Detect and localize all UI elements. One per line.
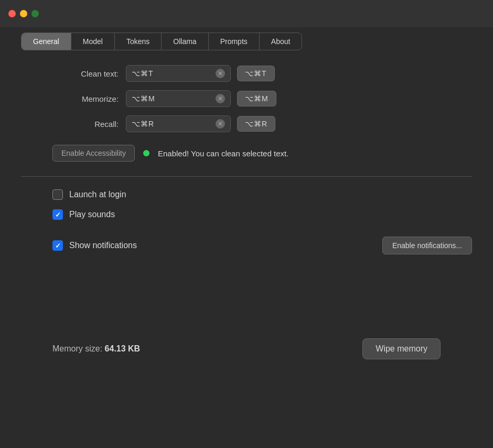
clean-text-clear-icon[interactable]: ✕ [216,69,225,78]
show-notifications-label: Show notifications [69,241,137,250]
enable-accessibility-button[interactable]: Enable Accessibility [52,145,135,162]
launch-at-login-row: Launch at login [52,189,472,200]
memorize-badge: ⌥⌘M [237,91,276,106]
play-sounds-row: Play sounds [52,209,472,220]
tab-general[interactable]: General [22,33,71,50]
accessibility-status-dot [143,150,149,156]
accessibility-status-text: Enabled! You can clean selected text. [158,149,288,158]
clean-text-shortcut-display: ⌥⌘T [132,69,154,78]
clean-text-label: Clean text: [21,69,126,78]
checkbox-section: Launch at login Play sounds [52,189,472,220]
notifications-left: Show notifications [52,240,137,251]
launch-at-login-checkbox[interactable] [52,189,63,200]
clean-text-input[interactable]: ⌥⌘T ✕ [126,65,231,82]
wipe-memory-button[interactable]: Wipe memory [362,338,441,359]
maximize-button[interactable] [31,10,39,17]
window-content: General Model Tokens Ollama Prompts Abou… [21,27,472,359]
shortcut-row-clean-text: Clean text: ⌥⌘T ✕ ⌥⌘T [21,65,472,82]
memory-section: Memory size: 64.13 KB Wipe memory [52,275,441,359]
shortcut-row-memorize: Memorize: ⌥⌘M ✕ ⌥⌘M [21,90,472,107]
minimize-button[interactable] [20,10,27,17]
memorize-shortcut-display: ⌥⌘M [132,94,155,103]
memory-size-label: Memory size: [52,344,102,353]
tab-prompts[interactable]: Prompts [209,33,260,50]
show-notifications-checkbox[interactable] [52,240,63,251]
close-button[interactable] [8,10,16,17]
memorize-clear-icon[interactable]: ✕ [216,94,225,103]
tab-ollama[interactable]: Ollama [162,33,208,50]
shortcuts-section: Clean text: ⌥⌘T ✕ ⌥⌘T Memorize: ⌥⌘M ✕ ⌥⌘… [21,65,472,132]
recall-input[interactable]: ⌥⌘R ✕ [126,115,231,132]
accessibility-row: Enable Accessibility Enabled! You can cl… [52,145,472,162]
recall-label: Recall: [21,120,126,129]
memorize-label: Memorize: [21,94,126,103]
play-sounds-checkbox[interactable] [52,209,63,220]
enable-notifications-button[interactable]: Enable notifications... [382,237,472,254]
tab-about[interactable]: About [260,33,302,50]
memory-size-value: 64.13 KB [105,344,141,353]
recall-clear-icon[interactable]: ✕ [216,119,225,129]
memorize-input[interactable]: ⌥⌘M ✕ [126,90,231,107]
launch-at-login-label: Launch at login [69,190,126,199]
section-divider [21,176,472,177]
tab-bar: General Model Tokens Ollama Prompts Abou… [21,33,302,50]
tab-tokens[interactable]: Tokens [115,33,162,50]
title-bar [0,0,493,27]
tab-model[interactable]: Model [71,33,115,50]
recall-badge: ⌥⌘R [237,116,275,132]
clean-text-badge: ⌥⌘T [237,66,275,81]
recall-shortcut-display: ⌥⌘R [132,120,154,128]
notifications-row: Show notifications Enable notifications.… [52,237,472,254]
memory-size-text: Memory size: 64.13 KB [52,344,140,354]
shortcut-row-recall: Recall: ⌥⌘R ✕ ⌥⌘R [21,115,472,132]
play-sounds-label: Play sounds [69,210,115,219]
